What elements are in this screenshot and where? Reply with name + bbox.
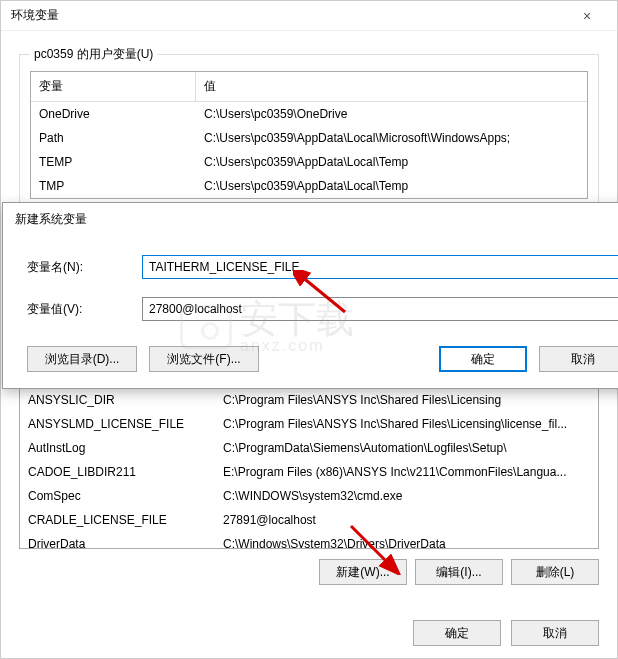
sub-btn-left: 浏览目录(D)... 浏览文件(F)...: [27, 346, 259, 372]
var-name: Path: [31, 129, 196, 147]
var-name-label: 变量名(N):: [27, 259, 142, 276]
var-name: AutInstLog: [20, 439, 215, 457]
delete-button[interactable]: 删除(L): [511, 559, 599, 585]
var-name: ComSpec: [20, 487, 215, 505]
close-icon[interactable]: ×: [567, 2, 607, 30]
table-row[interactable]: ANSYSLIC_DIR C:\Program Files\ANSYS Inc\…: [20, 388, 598, 412]
main-titlebar: 环境变量 ×: [1, 1, 617, 31]
table-row[interactable]: Path C:\Users\pc0359\AppData\Local\Micro…: [31, 126, 587, 150]
header-value[interactable]: 值: [196, 72, 587, 101]
var-value: C:\Users\pc0359\OneDrive: [196, 105, 587, 123]
table-row[interactable]: TEMP C:\Users\pc0359\AppData\Local\Temp: [31, 150, 587, 174]
table-row[interactable]: OneDrive C:\Users\pc0359\OneDrive: [31, 102, 587, 126]
system-vars-area: ANSYSLIC_DIR C:\Program Files\ANSYS Inc\…: [19, 387, 599, 585]
sub-ok-button[interactable]: 确定: [439, 346, 527, 372]
table-row[interactable]: DriverData C:\Windows\System32\Drivers\D…: [20, 532, 598, 548]
var-name: CRADLE_LICENSE_FILE: [20, 511, 215, 529]
table-row[interactable]: ComSpec C:\WINDOWS\system32\cmd.exe: [20, 484, 598, 508]
var-value-row: 变量值(V):: [27, 297, 618, 321]
var-value-input[interactable]: [142, 297, 618, 321]
table-header: 变量 值: [31, 72, 587, 102]
table-row[interactable]: CRADLE_LICENSE_FILE 27891@localhost: [20, 508, 598, 532]
sub-content: 变量名(N): 变量值(V): 浏览目录(D)... 浏览文件(F)... 确定…: [3, 235, 618, 388]
system-vars-body[interactable]: ANSYSLIC_DIR C:\Program Files\ANSYS Inc\…: [20, 388, 598, 548]
user-vars-body[interactable]: OneDrive C:\Users\pc0359\OneDrive Path C…: [31, 102, 587, 198]
var-name: DriverData: [20, 535, 215, 548]
ok-button[interactable]: 确定: [413, 620, 501, 646]
table-row[interactable]: AutInstLog C:\ProgramData\Siemens\Automa…: [20, 436, 598, 460]
var-name-input[interactable]: [142, 255, 618, 279]
sub-btn-row: 浏览目录(D)... 浏览文件(F)... 确定 取消: [27, 346, 618, 372]
var-value-label: 变量值(V):: [27, 301, 142, 318]
sub-titlebar: 新建系统变量: [3, 203, 618, 235]
browse-dir-button[interactable]: 浏览目录(D)...: [27, 346, 137, 372]
var-name: OneDrive: [31, 105, 196, 123]
sub-title: 新建系统变量: [15, 211, 618, 228]
main-bottom-buttons: 确定 取消: [413, 620, 599, 646]
browse-file-button[interactable]: 浏览文件(F)...: [149, 346, 259, 372]
var-name: ANSYSLIC_DIR: [20, 391, 215, 409]
system-btn-row: 新建(W)... 编辑(I)... 删除(L): [19, 559, 599, 585]
var-name: TEMP: [31, 153, 196, 171]
user-vars-fieldset: pc0359 的用户变量(U) 变量 值 OneDrive C:\Users\p…: [19, 46, 599, 212]
user-vars-table: 变量 值 OneDrive C:\Users\pc0359\OneDrive P…: [30, 71, 588, 199]
table-row[interactable]: ANSYSLMD_LICENSE_FILE C:\Program Files\A…: [20, 412, 598, 436]
table-row[interactable]: CADOE_LIBDIR211 E:\Program Files (x86)\A…: [20, 460, 598, 484]
sub-btn-right: 确定 取消: [439, 346, 618, 372]
new-button[interactable]: 新建(W)...: [319, 559, 407, 585]
var-name-row: 变量名(N):: [27, 255, 618, 279]
var-name: CADOE_LIBDIR211: [20, 463, 215, 481]
var-name: ANSYSLMD_LICENSE_FILE: [20, 415, 215, 433]
new-system-var-dialog: 新建系统变量 变量名(N): 变量值(V): 浏览目录(D)... 浏览文件(F…: [2, 202, 618, 389]
table-row[interactable]: TMP C:\Users\pc0359\AppData\Local\Temp: [31, 174, 587, 198]
var-value: C:\WINDOWS\system32\cmd.exe: [215, 487, 598, 505]
var-name: TMP: [31, 177, 196, 195]
system-vars-table: ANSYSLIC_DIR C:\Program Files\ANSYS Inc\…: [19, 387, 599, 549]
header-name[interactable]: 变量: [31, 72, 196, 101]
var-value: C:\Users\pc0359\AppData\Local\Microsoft\…: [196, 129, 587, 147]
var-value: C:\Program Files\ANSYS Inc\Shared Files\…: [215, 415, 598, 433]
var-value: C:\Users\pc0359\AppData\Local\Temp: [196, 153, 587, 171]
edit-button[interactable]: 编辑(I)...: [415, 559, 503, 585]
main-title: 环境变量: [11, 7, 567, 24]
var-value: E:\Program Files (x86)\ANSYS Inc\v211\Co…: [215, 463, 598, 481]
sub-cancel-button[interactable]: 取消: [539, 346, 618, 372]
user-vars-legend: pc0359 的用户变量(U): [30, 46, 157, 63]
var-value: C:\Program Files\ANSYS Inc\Shared Files\…: [215, 391, 598, 409]
cancel-button[interactable]: 取消: [511, 620, 599, 646]
var-value: C:\Windows\System32\Drivers\DriverData: [215, 535, 598, 548]
var-value: 27891@localhost: [215, 511, 598, 529]
var-value: C:\Users\pc0359\AppData\Local\Temp: [196, 177, 587, 195]
var-value: C:\ProgramData\Siemens\Automation\Logfil…: [215, 439, 598, 457]
